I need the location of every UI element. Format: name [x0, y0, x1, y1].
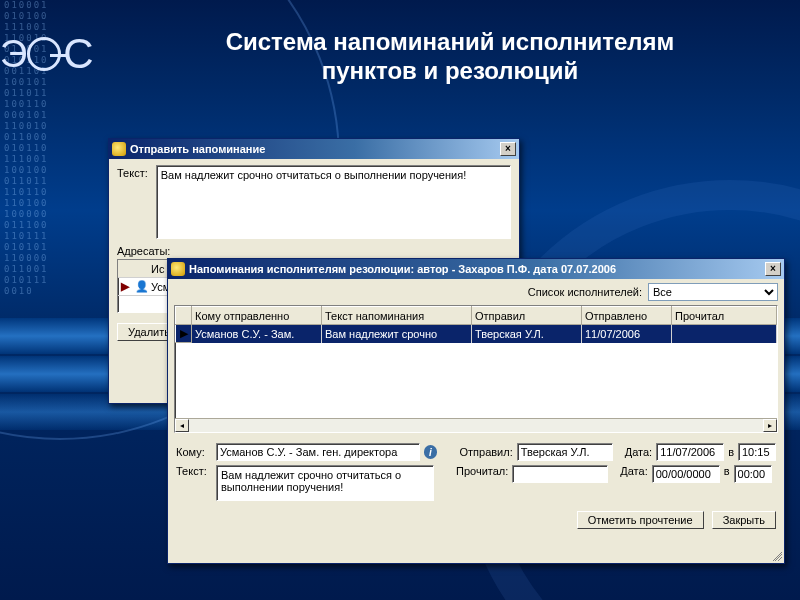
close-icon[interactable]: × [765, 262, 781, 276]
cell-to: Усманов С.У. - Зам. [192, 325, 322, 343]
addresses-label: Адресаты: [117, 245, 507, 257]
reminders-list-title: Напоминания исполнителям резолюции: авто… [189, 263, 765, 275]
cell-read-at [672, 325, 777, 343]
detail-to-label: Кому: [176, 446, 212, 458]
cell-sent-by: Тверская У.Л. [472, 325, 582, 343]
row-marker-icon: ▶ [121, 280, 135, 293]
detail-read-by-input[interactable] [512, 465, 608, 483]
reminder-text-input[interactable]: Вам надлежит срочно отчитаться о выполне… [156, 165, 511, 239]
send-reminder-titlebar[interactable]: Отправить напоминание × [109, 139, 519, 159]
col-read-at[interactable]: Прочитал [672, 307, 777, 325]
info-icon[interactable]: i [424, 445, 438, 459]
send-reminder-title: Отправить напоминание [130, 143, 500, 155]
addressees-col-header: Ис [151, 263, 164, 275]
bg-binary-strip: 0100010101001110011100100110010101100011… [4, 0, 52, 600]
text-label: Текст: [117, 167, 148, 237]
scroll-left-icon[interactable]: ◂ [175, 419, 189, 432]
app-icon [171, 262, 185, 276]
col-to[interactable]: Кому отправленно [192, 307, 322, 325]
detail-read-by-label: Прочитал: [456, 465, 508, 477]
reminders-grid[interactable]: Кому отправленно Текст напоминания Отпра… [174, 305, 778, 433]
close-button[interactable]: Закрыть [712, 511, 776, 529]
grid-hscrollbar[interactable]: ◂ ▸ [175, 418, 777, 432]
detail-read-date-label: Дата: [620, 465, 647, 477]
col-sent-by[interactable]: Отправил [472, 307, 582, 325]
executors-filter-label: Список исполнителей: [528, 286, 642, 298]
executors-filter-select[interactable]: Все [648, 283, 778, 301]
reminders-list-titlebar[interactable]: Напоминания исполнителям резолюции: авто… [168, 259, 784, 279]
detail-sent-by-label: Отправил: [459, 446, 512, 458]
detail-sent-date-label: Дата: [625, 446, 652, 458]
row-marker-icon: ▶ [176, 325, 192, 343]
col-sent-at[interactable]: Отправлено [582, 307, 672, 325]
reminders-list-dialog: Напоминания исполнителям резолюции: авто… [167, 258, 785, 564]
scroll-right-icon[interactable]: ▸ [763, 419, 777, 432]
detail-sent-by-input[interactable] [517, 443, 613, 461]
col-text[interactable]: Текст напоминания [322, 307, 472, 325]
detail-read-date-input[interactable] [652, 465, 720, 483]
app-icon [112, 142, 126, 156]
resize-grip-icon[interactable] [770, 549, 782, 561]
table-row[interactable]: ▶ Усманов С.У. - Зам. Вам надлежит срочн… [176, 325, 777, 343]
detail-to-input[interactable] [216, 443, 420, 461]
person-icon: 👤 [135, 280, 151, 293]
mark-read-button[interactable]: Отметить прочтение [577, 511, 704, 529]
cell-text: Вам надлежит срочно [322, 325, 472, 343]
logo: ЭС [0, 30, 92, 78]
detail-text-input[interactable]: Вам надлежит срочно отчитаться о выполне… [216, 465, 434, 501]
cell-sent-at: 11/07/2006 [582, 325, 672, 343]
detail-read-time-input[interactable] [734, 465, 772, 483]
close-icon[interactable]: × [500, 142, 516, 156]
detail-sent-time-input[interactable] [738, 443, 776, 461]
detail-sent-time-label: в [728, 446, 734, 458]
detail-read-time-label: в [724, 465, 730, 477]
detail-text-label: Текст: [176, 465, 212, 477]
slide-title: Система напоминаний исполнителям пунктов… [190, 28, 710, 86]
detail-sent-date-input[interactable] [656, 443, 724, 461]
